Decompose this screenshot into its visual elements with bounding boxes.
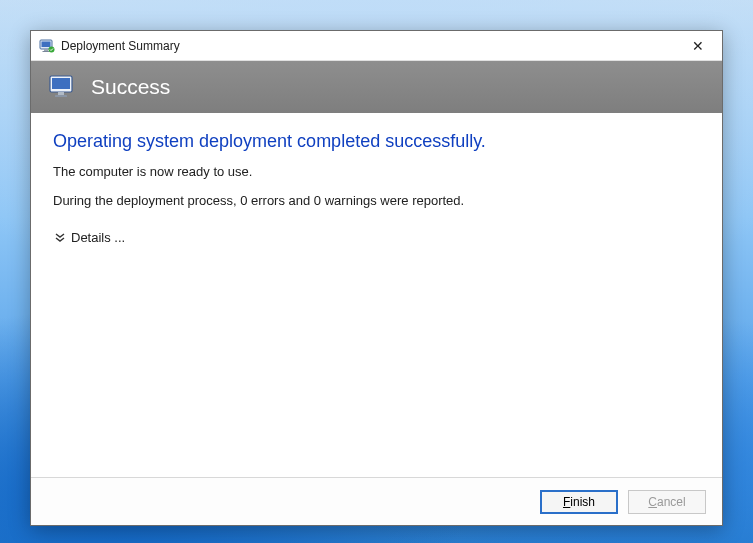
svg-rect-2 — [44, 49, 48, 51]
close-button[interactable]: ✕ — [678, 33, 718, 59]
deployment-summary-window: Deployment Summary ✕ Success Operating s… — [30, 30, 723, 526]
finish-button[interactable]: Finish — [540, 490, 618, 514]
svg-rect-7 — [58, 92, 64, 95]
close-icon: ✕ — [692, 38, 704, 54]
details-label: Details ... — [71, 230, 125, 245]
headline-text: Operating system deployment completed su… — [53, 131, 700, 152]
svg-rect-3 — [43, 51, 50, 52]
summary-text: During the deployment process, 0 errors … — [53, 193, 700, 208]
ready-text: The computer is now ready to use. — [53, 164, 700, 179]
finish-rest: inish — [570, 495, 595, 509]
content-pane: Operating system deployment completed su… — [31, 113, 722, 477]
titlebar[interactable]: Deployment Summary ✕ — [31, 31, 722, 61]
monitor-icon — [49, 75, 77, 99]
svg-rect-6 — [52, 78, 70, 89]
window-title: Deployment Summary — [61, 39, 678, 53]
cancel-rest: ancel — [657, 495, 686, 509]
cancel-button: Cancel — [628, 490, 706, 514]
cancel-mnemonic: C — [648, 495, 657, 509]
svg-rect-8 — [55, 95, 67, 97]
banner: Success — [31, 61, 722, 113]
banner-title: Success — [91, 75, 170, 99]
footer: Finish Cancel — [31, 477, 722, 525]
svg-rect-1 — [42, 41, 51, 47]
app-icon — [39, 38, 55, 54]
details-expander[interactable]: Details ... — [53, 230, 125, 245]
chevron-down-double-icon — [53, 231, 67, 245]
